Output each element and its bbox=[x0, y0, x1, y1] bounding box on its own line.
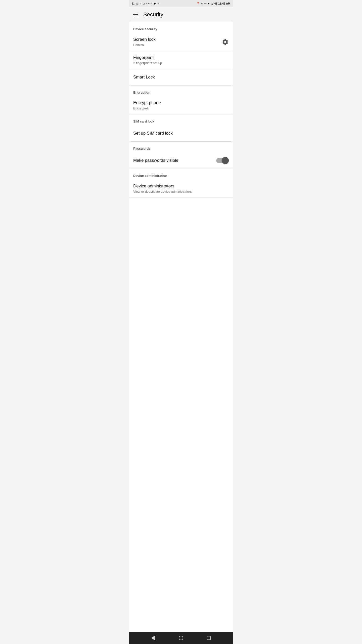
fingerprint-text: Fingerprint 2 fingerprints set up bbox=[133, 55, 162, 65]
gmail-icon: M bbox=[140, 2, 142, 5]
ebay-icon-1: e bbox=[146, 2, 147, 5]
encrypt-phone-text: Encrypt phone Encrypted bbox=[133, 100, 161, 110]
battery-icon: 68 bbox=[214, 2, 217, 5]
device-admins-title: Device administrators bbox=[133, 184, 192, 189]
toggle-thumb bbox=[222, 157, 229, 164]
hamburger-line-2 bbox=[133, 14, 138, 15]
wifi-icon: ▼ bbox=[207, 2, 210, 5]
encrypt-phone-item[interactable]: Encrypt phone Encrypted bbox=[129, 96, 233, 114]
section-header-encryption: Encryption bbox=[129, 86, 233, 96]
photos-icon: ▲ bbox=[151, 2, 153, 5]
passwords-visible-item[interactable]: Make passwords visible bbox=[129, 152, 233, 169]
screen-lock-item[interactable]: Screen lock Pattern bbox=[129, 33, 233, 51]
bottom-nav-bar bbox=[129, 632, 233, 644]
instagram-icon: ◻ bbox=[143, 2, 145, 5]
youtube-icon: ▶ bbox=[154, 2, 156, 5]
menu-button[interactable] bbox=[133, 13, 138, 16]
section-header-device-security: Device security bbox=[129, 22, 233, 33]
calendar-icon: 31 bbox=[132, 2, 134, 5]
page-title: Security bbox=[143, 11, 163, 18]
recents-icon bbox=[207, 636, 211, 640]
status-bar: 31 ◎ M ◻ e e ▲ ▶ ⚙ 📍 ✴ — ▼ ▲ 68 11:43 AM bbox=[129, 0, 233, 7]
hamburger-line-3 bbox=[133, 16, 138, 16]
app-bar: Security bbox=[129, 7, 233, 22]
fingerprint-title: Fingerprint bbox=[133, 55, 162, 60]
signal-icon: ▲ bbox=[211, 2, 213, 5]
hamburger-line-1 bbox=[133, 13, 138, 13]
recents-button[interactable] bbox=[205, 634, 213, 642]
encrypt-phone-subtitle: Encrypted bbox=[133, 106, 161, 110]
settings-cog-icon: ⚙ bbox=[157, 2, 159, 5]
fingerprint-item[interactable]: Fingerprint 2 fingerprints set up bbox=[129, 51, 233, 69]
device-admins-item[interactable]: Device administrators View or deactivate… bbox=[129, 180, 233, 197]
smart-lock-item[interactable]: Smart Lock bbox=[129, 69, 233, 85]
status-bar-system: 📍 ✴ — ▼ ▲ 68 11:43 AM bbox=[196, 2, 230, 5]
bottom-spacer bbox=[129, 198, 233, 203]
device-admins-text: Device administrators View or deactivate… bbox=[133, 184, 192, 193]
screen-lock-text: Screen lock Pattern bbox=[133, 37, 156, 47]
section-header-sim-lock: SIM card lock bbox=[129, 114, 233, 125]
sim-lock-item[interactable]: Set up SIM card lock bbox=[129, 125, 233, 141]
sim-lock-title: Set up SIM card lock bbox=[133, 131, 173, 136]
sim-lock-text: Set up SIM card lock bbox=[133, 131, 173, 136]
maps-icon: ◎ bbox=[136, 2, 138, 5]
smart-lock-title: Smart Lock bbox=[133, 75, 155, 80]
back-button[interactable] bbox=[149, 633, 157, 642]
smart-lock-text: Smart Lock bbox=[133, 75, 155, 80]
home-button[interactable] bbox=[177, 634, 185, 642]
passwords-visible-toggle[interactable] bbox=[216, 157, 229, 164]
screen-lock-title: Screen lock bbox=[133, 37, 156, 42]
dnd-icon: — bbox=[204, 2, 206, 5]
device-admins-subtitle: View or deactivate device administrators bbox=[133, 190, 192, 193]
encrypt-phone-title: Encrypt phone bbox=[133, 100, 161, 105]
location-icon: 📍 bbox=[196, 2, 200, 5]
passwords-visible-title: Make passwords visible bbox=[133, 158, 178, 163]
settings-content: Device security Screen lock Pattern Fing… bbox=[129, 22, 233, 632]
status-bar-notifications: 31 ◎ M ◻ e e ▲ ▶ ⚙ bbox=[132, 2, 159, 5]
passwords-visible-text: Make passwords visible bbox=[133, 158, 178, 163]
screen-lock-subtitle: Pattern bbox=[133, 43, 156, 47]
section-header-passwords: Passwords bbox=[129, 142, 233, 152]
back-icon bbox=[151, 635, 155, 640]
bluetooth-icon: ✴ bbox=[201, 2, 203, 5]
screen-lock-gear-icon[interactable] bbox=[222, 38, 229, 46]
fingerprint-subtitle: 2 fingerprints set up bbox=[133, 61, 162, 65]
home-icon bbox=[179, 636, 183, 640]
section-header-device-admin: Device administration bbox=[129, 169, 233, 180]
time-display: 11:43 AM bbox=[218, 2, 230, 5]
ebay-icon-2: e bbox=[148, 2, 150, 5]
